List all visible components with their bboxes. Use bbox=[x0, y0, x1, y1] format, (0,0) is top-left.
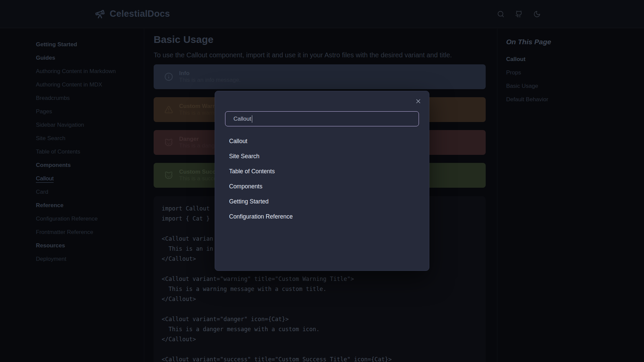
search-result-getting-started[interactable]: Getting Started bbox=[215, 194, 429, 209]
search-result-table-of-contents[interactable]: Table of Contents bbox=[215, 164, 429, 179]
search-modal: Callout Callout Site Search Table of Con… bbox=[215, 91, 429, 271]
search-result-components[interactable]: Components bbox=[215, 179, 429, 194]
close-icon bbox=[415, 101, 422, 106]
search-results: Callout Site Search Table of Contents Co… bbox=[215, 134, 429, 224]
search-input-value: Callout bbox=[233, 116, 251, 122]
search-result-callout[interactable]: Callout bbox=[215, 134, 429, 149]
search-input[interactable]: Callout bbox=[225, 111, 419, 126]
search-result-site-search[interactable]: Site Search bbox=[215, 149, 429, 164]
modal-close-button[interactable] bbox=[415, 98, 422, 105]
text-caret bbox=[252, 115, 252, 123]
search-result-configuration-reference[interactable]: Configuration Reference bbox=[215, 209, 429, 224]
